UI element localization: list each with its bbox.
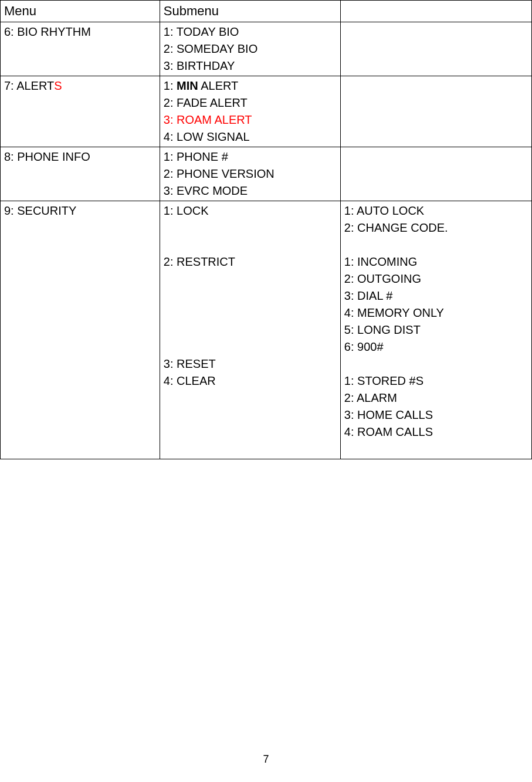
submenu-item: 1: PHONE #: [164, 148, 337, 165]
detail-item: 4: MEMORY ONLY: [344, 304, 528, 321]
menu-table: Menu Submenu 6: BIO RHYTHM 1: TODAY BIO …: [0, 0, 532, 459]
menu-alerts-prefix: 7: ALERT: [4, 79, 54, 92]
submenu-item: 2: FADE ALERT: [164, 94, 337, 111]
row-bio-rhythm: 6: BIO RHYTHM 1: TODAY BIO 2: SOMEDAY BI…: [1, 22, 532, 76]
page-number: 7: [0, 753, 532, 766]
table-header-row: Menu Submenu: [1, 1, 532, 22]
submenu-item-restrict: 2: RESTRICT: [164, 253, 337, 270]
submenu-security: 1: LOCK 2: RESTRICT 3: RESET 4: CLEAR: [160, 201, 340, 459]
header-menu: Menu: [1, 1, 160, 22]
row-security: 9: SECURITY 1: LOCK 2: RESTRICT 3: RESET…: [1, 201, 532, 459]
detail-item: 1: STORED #S: [344, 373, 528, 390]
submenu-item: 1: MIN ALERT: [164, 77, 337, 94]
submenu-item-clear: 4: CLEAR: [164, 373, 337, 390]
detail-item: 3: HOME CALLS: [344, 407, 528, 424]
menu-alerts: 7: ALERTS: [1, 76, 160, 147]
detail-item: 3: DIAL #: [344, 287, 528, 304]
detail-bio-rhythm: [340, 22, 531, 76]
header-detail: [340, 1, 531, 22]
row-phone-info: 8: PHONE INFO 1: PHONE # 2: PHONE VERSIO…: [1, 147, 532, 201]
submenu-item: 2: SOMEDAY BIO: [164, 40, 337, 57]
submenu-item: 3: EVRC MODE: [164, 182, 337, 199]
menu-phone-info: 8: PHONE INFO: [1, 147, 160, 201]
submenu-item-reset: 3: RESET: [164, 356, 337, 373]
submenu-item-roam-alert: 3: ROAM ALERT: [164, 111, 337, 128]
detail-item: 4: ROAM CALLS: [344, 424, 528, 441]
min-alert-bold: MIN: [177, 79, 198, 92]
submenu-alerts: 1: MIN ALERT 2: FADE ALERT 3: ROAM ALERT…: [160, 76, 340, 147]
detail-item: 2: ALARM: [344, 390, 528, 407]
menu-alerts-suffix: S: [54, 79, 62, 92]
row-alerts: 7: ALERTS 1: MIN ALERT 2: FADE ALERT 3: …: [1, 76, 532, 147]
submenu-bio-rhythm: 1: TODAY BIO 2: SOMEDAY BIO 3: BIRTHDAY: [160, 22, 340, 76]
header-submenu: Submenu: [160, 1, 340, 22]
detail-alerts: [340, 76, 531, 147]
detail-phone-info: [340, 147, 531, 201]
detail-item: 2: OUTGOING: [344, 270, 528, 287]
min-alert-suffix: ALERT: [198, 79, 239, 92]
detail-item: 5: LONG DIST: [344, 321, 528, 338]
submenu-item: 1: TODAY BIO: [164, 23, 337, 40]
submenu-item: 2: PHONE VERSION: [164, 165, 337, 182]
submenu-item-lock: 1: LOCK: [164, 202, 337, 219]
submenu-item: 4: LOW SIGNAL: [164, 128, 337, 145]
detail-security: 1: AUTO LOCK 2: CHANGE CODE. 1: INCOMING…: [340, 201, 531, 459]
submenu-phone-info: 1: PHONE # 2: PHONE VERSION 3: EVRC MODE: [160, 147, 340, 201]
menu-bio-rhythm: 6: BIO RHYTHM: [1, 22, 160, 76]
menu-security: 9: SECURITY: [1, 201, 160, 459]
min-alert-prefix: 1:: [164, 79, 177, 92]
detail-item: 1: AUTO LOCK: [344, 202, 528, 219]
detail-item: 1: INCOMING: [344, 253, 528, 270]
detail-item: 2: CHANGE CODE.: [344, 219, 528, 236]
detail-item: 6: 900#: [344, 338, 528, 356]
submenu-item: 3: BIRTHDAY: [164, 57, 337, 75]
